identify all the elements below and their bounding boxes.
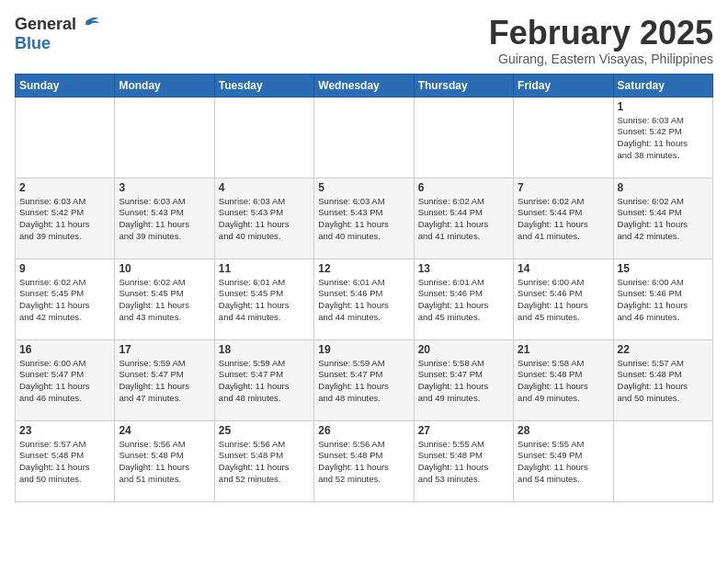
day-number: 3 — [119, 181, 210, 194]
calendar-cell: 14Sunrise: 6:00 AMSunset: 5:46 PMDayligh… — [514, 259, 613, 339]
calendar-cell: 2Sunrise: 6:03 AMSunset: 5:42 PMDaylight… — [16, 178, 115, 259]
day-number: 24 — [119, 424, 210, 437]
day-info: Sunrise: 6:03 AMSunset: 5:43 PMDaylight:… — [219, 196, 310, 243]
day-number: 21 — [518, 343, 609, 356]
day-number: 22 — [618, 343, 709, 356]
day-number: 8 — [618, 181, 709, 194]
title-block: February 2025 Guirang, Eastern Visayas, … — [489, 15, 713, 66]
day-number: 18 — [219, 343, 310, 356]
weekday-header-tuesday: Tuesday — [214, 74, 313, 97]
day-info: Sunrise: 6:03 AMSunset: 5:42 PMDaylight:… — [618, 115, 709, 162]
day-number: 23 — [19, 424, 110, 437]
day-info: Sunrise: 6:00 AMSunset: 5:47 PMDaylight:… — [19, 358, 110, 405]
day-info: Sunrise: 5:55 AMSunset: 5:49 PMDaylight:… — [518, 439, 609, 486]
day-info: Sunrise: 6:01 AMSunset: 5:46 PMDaylight:… — [418, 277, 509, 324]
day-number: 4 — [219, 181, 310, 194]
week-row-1: 1Sunrise: 6:03 AMSunset: 5:42 PMDaylight… — [16, 97, 713, 178]
day-info: Sunrise: 6:00 AMSunset: 5:46 PMDaylight:… — [618, 277, 709, 324]
day-info: Sunrise: 6:02 AMSunset: 5:45 PMDaylight:… — [119, 277, 210, 324]
calendar-cell: 3Sunrise: 6:03 AMSunset: 5:43 PMDaylight… — [115, 178, 214, 259]
day-number: 2 — [19, 181, 110, 194]
day-number: 16 — [19, 343, 110, 356]
day-info: Sunrise: 5:59 AMSunset: 5:47 PMDaylight:… — [219, 358, 310, 405]
day-number: 9 — [19, 262, 110, 275]
day-number: 25 — [219, 424, 310, 437]
day-info: Sunrise: 6:03 AMSunset: 5:43 PMDaylight:… — [318, 196, 409, 243]
weekday-header-wednesday: Wednesday — [314, 74, 414, 97]
day-info: Sunrise: 5:57 AMSunset: 5:48 PMDaylight:… — [19, 439, 110, 486]
logo-bird-icon — [78, 16, 100, 34]
calendar-cell: 23Sunrise: 5:57 AMSunset: 5:48 PMDayligh… — [16, 420, 115, 501]
day-number: 28 — [518, 424, 609, 437]
calendar-cell — [16, 97, 115, 178]
weekday-header-thursday: Thursday — [414, 74, 513, 97]
day-info: Sunrise: 6:03 AMSunset: 5:43 PMDaylight:… — [119, 196, 210, 243]
day-number: 11 — [219, 262, 310, 275]
day-info: Sunrise: 5:56 AMSunset: 5:48 PMDaylight:… — [318, 439, 409, 486]
day-info: Sunrise: 6:02 AMSunset: 5:45 PMDaylight:… — [19, 277, 110, 324]
calendar-cell — [414, 97, 513, 178]
day-info: Sunrise: 5:58 AMSunset: 5:48 PMDaylight:… — [518, 358, 609, 405]
day-number: 10 — [119, 262, 210, 275]
calendar-cell — [314, 97, 414, 178]
calendar-table: SundayMondayTuesdayWednesdayThursdayFrid… — [15, 74, 713, 502]
day-info: Sunrise: 6:02 AMSunset: 5:44 PMDaylight:… — [518, 196, 609, 243]
month-title: February 2025 — [489, 15, 713, 52]
day-number: 12 — [318, 262, 409, 275]
day-number: 17 — [119, 343, 210, 356]
week-row-2: 2Sunrise: 6:03 AMSunset: 5:42 PMDaylight… — [16, 178, 713, 259]
day-info: Sunrise: 5:59 AMSunset: 5:47 PMDaylight:… — [318, 358, 409, 405]
calendar-cell: 19Sunrise: 5:59 AMSunset: 5:47 PMDayligh… — [314, 339, 414, 420]
day-number: 13 — [418, 262, 509, 275]
day-number: 15 — [618, 262, 709, 275]
calendar-cell — [613, 420, 712, 501]
week-row-5: 23Sunrise: 5:57 AMSunset: 5:48 PMDayligh… — [16, 420, 713, 501]
day-info: Sunrise: 6:03 AMSunset: 5:42 PMDaylight:… — [19, 196, 110, 243]
day-number: 27 — [418, 424, 509, 437]
day-info: Sunrise: 5:59 AMSunset: 5:47 PMDaylight:… — [119, 358, 210, 405]
week-row-3: 9Sunrise: 6:02 AMSunset: 5:45 PMDaylight… — [16, 259, 713, 339]
weekday-header-sunday: Sunday — [16, 74, 115, 97]
calendar-cell: 6Sunrise: 6:02 AMSunset: 5:44 PMDaylight… — [414, 178, 513, 259]
calendar-cell: 26Sunrise: 5:56 AMSunset: 5:48 PMDayligh… — [314, 420, 414, 501]
day-number: 14 — [518, 262, 609, 275]
location-subtitle: Guirang, Eastern Visayas, Philippines — [489, 52, 713, 66]
calendar-cell: 8Sunrise: 6:02 AMSunset: 5:44 PMDaylight… — [613, 178, 712, 259]
calendar-cell: 4Sunrise: 6:03 AMSunset: 5:43 PMDaylight… — [214, 178, 313, 259]
calendar-cell — [514, 97, 613, 178]
day-number: 26 — [318, 424, 409, 437]
calendar-cell: 27Sunrise: 5:55 AMSunset: 5:48 PMDayligh… — [414, 420, 513, 501]
calendar-cell: 10Sunrise: 6:02 AMSunset: 5:45 PMDayligh… — [115, 259, 214, 339]
weekday-header-friday: Friday — [514, 74, 613, 97]
day-number: 6 — [418, 181, 509, 194]
day-info: Sunrise: 5:58 AMSunset: 5:47 PMDaylight:… — [418, 358, 509, 405]
calendar-cell: 16Sunrise: 6:00 AMSunset: 5:47 PMDayligh… — [16, 339, 115, 420]
calendar-cell: 21Sunrise: 5:58 AMSunset: 5:48 PMDayligh… — [514, 339, 613, 420]
calendar-cell: 20Sunrise: 5:58 AMSunset: 5:47 PMDayligh… — [414, 339, 513, 420]
calendar-cell: 28Sunrise: 5:55 AMSunset: 5:49 PMDayligh… — [514, 420, 613, 501]
calendar-cell — [115, 97, 214, 178]
day-number: 19 — [318, 343, 409, 356]
page-header: General Blue February 2025 Guirang, East… — [15, 15, 713, 66]
logo-general-text: General — [15, 15, 76, 34]
day-number: 20 — [418, 343, 509, 356]
day-info: Sunrise: 5:56 AMSunset: 5:48 PMDaylight:… — [219, 439, 310, 486]
calendar-cell: 1Sunrise: 6:03 AMSunset: 5:42 PMDaylight… — [613, 97, 712, 178]
calendar-cell: 22Sunrise: 5:57 AMSunset: 5:48 PMDayligh… — [613, 339, 712, 420]
calendar-cell: 12Sunrise: 6:01 AMSunset: 5:46 PMDayligh… — [314, 259, 414, 339]
day-number: 1 — [618, 100, 709, 113]
day-info: Sunrise: 6:02 AMSunset: 5:44 PMDaylight:… — [418, 196, 509, 243]
weekday-header-saturday: Saturday — [613, 74, 712, 97]
week-row-4: 16Sunrise: 6:00 AMSunset: 5:47 PMDayligh… — [16, 339, 713, 420]
day-info: Sunrise: 5:56 AMSunset: 5:48 PMDaylight:… — [119, 439, 210, 486]
calendar-cell: 7Sunrise: 6:02 AMSunset: 5:44 PMDaylight… — [514, 178, 613, 259]
day-info: Sunrise: 6:01 AMSunset: 5:46 PMDaylight:… — [318, 277, 409, 324]
day-info: Sunrise: 6:01 AMSunset: 5:45 PMDaylight:… — [219, 277, 310, 324]
weekday-header-row: SundayMondayTuesdayWednesdayThursdayFrid… — [16, 74, 713, 97]
day-info: Sunrise: 5:55 AMSunset: 5:48 PMDaylight:… — [418, 439, 509, 486]
weekday-header-monday: Monday — [115, 74, 214, 97]
day-number: 7 — [518, 181, 609, 194]
logo-blue-text: Blue — [15, 34, 51, 53]
calendar-cell: 24Sunrise: 5:56 AMSunset: 5:48 PMDayligh… — [115, 420, 214, 501]
day-number: 5 — [318, 181, 409, 194]
